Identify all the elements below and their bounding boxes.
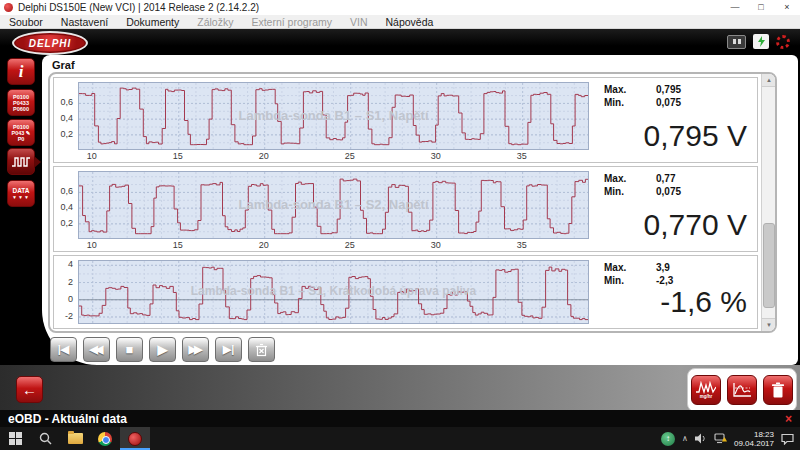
y-axis-labels: 0,60,40,2 — [54, 82, 76, 150]
scrollbar-thumb[interactable] — [763, 223, 775, 308]
min-value: 0,075 — [656, 185, 681, 198]
taskbar-clock[interactable]: 18:23 09.04.2017 — [734, 430, 774, 448]
trash-icon — [771, 382, 785, 399]
busy-spinner-icon — [776, 35, 790, 49]
app-window: Delphi DS150E (New VCI) | 2014 Release 2… — [0, 0, 800, 450]
menu-dokumenty[interactable]: Dokumenty — [117, 15, 188, 29]
fast-forward-button[interactable]: ▶▶ — [182, 337, 209, 362]
menu-externi-programy: Externí programy — [242, 15, 341, 29]
max-label: Max. — [604, 261, 656, 274]
taskbar-chrome-button[interactable] — [90, 427, 120, 450]
skip-start-button[interactable]: |◀ — [50, 337, 77, 362]
max-value: 0,795 — [656, 83, 681, 96]
sidebar-live-graph-button[interactable] — [7, 148, 35, 175]
x-tick-label: 20 — [259, 240, 269, 250]
max-value: 0,77 — [656, 172, 675, 185]
sidebar-data-button[interactable]: DATA ▼▼▼ — [7, 180, 35, 207]
fast-forward-icon: ▶▶ — [189, 343, 200, 356]
window-title: Delphi DS150E (New VCI) | 2014 Release 2… — [18, 2, 259, 13]
close-button[interactable]: × — [774, 0, 800, 15]
volume-icon[interactable] — [695, 433, 707, 444]
action-center-icon[interactable] — [781, 433, 794, 445]
menu-napoveda[interactable]: Nápověda — [376, 15, 442, 29]
y-tick-label: 0,6 — [60, 186, 73, 196]
graphs-container: 0,60,40,2 Lambda-sonda B1 – S1, Napětí 1… — [48, 72, 777, 333]
x-tick-label: 20 — [259, 151, 269, 161]
start-button[interactable] — [0, 427, 30, 450]
stop-icon: ■ — [126, 342, 134, 357]
value-panel: Max.0,77 Min.0,075 0,770 V — [592, 167, 757, 251]
x-tick-label: 15 — [173, 151, 183, 161]
scroll-down-icon[interactable]: ▼ — [762, 318, 776, 331]
y-tick-label: 0,4 — [60, 202, 73, 212]
y-tick-label: 0 — [68, 294, 73, 304]
rewind-button[interactable]: ◀◀ — [83, 337, 110, 362]
x-axis-labels: 101520253035 — [78, 151, 589, 162]
status-bar: eOBD - Aktuální data × — [0, 410, 800, 427]
stop-button[interactable]: ■ — [116, 337, 143, 362]
title-bar: Delphi DS150E (New VCI) | 2014 Release 2… — [0, 0, 800, 15]
maximize-button[interactable]: □ — [748, 0, 774, 15]
status-text: eOBD - Aktuální data — [8, 412, 127, 426]
delphi-logo: DELPHI — [12, 31, 88, 55]
taskbar-search-button[interactable] — [30, 427, 60, 450]
live-data-button[interactable]: mg/hr — [691, 375, 721, 405]
tray-chevron-icon[interactable]: ∧ — [682, 434, 688, 443]
current-value: -1,6 % — [660, 285, 747, 319]
sidebar-erase-dtc-button[interactable]: P0100 P043 ✎ P0 — [7, 119, 35, 146]
menu-vin: VIN — [341, 15, 377, 29]
x-tick-label: 15 — [173, 240, 183, 250]
bottom-gradient-strip — [0, 365, 800, 410]
clock-time: 18:23 — [754, 430, 774, 439]
x-axis-labels: 101520253035 — [78, 240, 589, 251]
main-area: i P0100 P0433 P0600 P0100 P043 ✎ P0 DATA… — [0, 57, 800, 410]
waveform-plot: Lambda-sonda B1 – S2, Napětí — [78, 171, 589, 239]
chrome-icon — [98, 432, 112, 446]
waveform-icon — [12, 156, 30, 168]
vci-tray-icon[interactable]: ↕ — [661, 432, 675, 446]
sidebar-read-dtc-button[interactable]: P0100 P0433 P0600 — [7, 89, 35, 116]
x-tick-label: 25 — [345, 151, 355, 161]
value-panel: Max.3,9 Min.-2,3 -1,6 % — [592, 256, 757, 328]
x-tick-label: 25 — [345, 240, 355, 250]
graph-panel-lambda-b1-s1: 0,60,40,2 Lambda-sonda B1 – S1, Napětí 1… — [53, 77, 758, 163]
delete-button[interactable] — [763, 375, 793, 405]
y-axis-labels: 0,60,40,2 — [54, 171, 76, 239]
min-value: 0,075 — [656, 96, 681, 109]
mg-hr-label: mg/hr — [700, 394, 713, 399]
tab-graf[interactable]: Graf — [52, 59, 75, 71]
vertical-scrollbar[interactable]: ▲ ▼ — [761, 74, 775, 331]
back-arrow-icon: ← — [22, 381, 37, 398]
menu-nastaveni[interactable]: Nastavení — [52, 15, 117, 29]
skip-end-icon: ▶| — [223, 343, 235, 356]
current-value: 0,795 V — [644, 119, 747, 153]
clear-graph-button[interactable] — [248, 337, 275, 362]
y-axis-labels: 420-2 — [54, 260, 76, 324]
status-close-icon[interactable]: × — [785, 412, 792, 426]
skip-end-button[interactable]: ▶| — [215, 337, 242, 362]
search-icon — [39, 432, 52, 445]
max-label: Max. — [604, 172, 656, 185]
sidebar-info-button[interactable]: i — [7, 58, 35, 85]
play-button[interactable]: ▶ — [149, 337, 176, 362]
report-icon — [753, 34, 769, 49]
y-tick-label: 0,4 — [60, 113, 73, 123]
delphi-app-icon — [128, 432, 142, 446]
scroll-up-icon[interactable]: ▲ — [762, 74, 776, 87]
min-label: Min. — [604, 185, 656, 198]
x-tick-label: 30 — [431, 240, 441, 250]
max-label: Max. — [604, 83, 656, 96]
active-pointer — [34, 156, 41, 168]
x-tick-label: 35 — [517, 151, 527, 161]
windows-icon — [9, 432, 22, 445]
minimize-button[interactable]: — — [722, 0, 748, 15]
graph-view-button[interactable] — [727, 375, 757, 405]
back-button[interactable]: ← — [16, 376, 43, 403]
folder-icon — [68, 433, 83, 444]
min-label: Min. — [604, 274, 656, 287]
menu-soubor[interactable]: Soubor — [0, 15, 52, 29]
network-icon[interactable] — [714, 433, 727, 444]
taskbar-delphi-button[interactable] — [120, 427, 150, 450]
taskbar-explorer-button[interactable] — [60, 427, 90, 450]
vci-connector-icon — [727, 35, 746, 49]
